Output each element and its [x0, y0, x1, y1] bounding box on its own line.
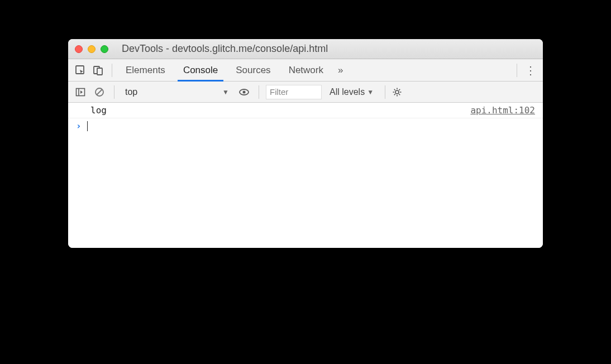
svg-rect-2 — [97, 68, 102, 75]
window-title: DevTools - devtools.glitch.me/console/ap… — [113, 43, 536, 55]
tab-sources[interactable]: Sources — [228, 59, 278, 82]
tab-elements[interactable]: Elements — [118, 59, 173, 82]
context-selector[interactable]: top ▼ — [121, 85, 233, 99]
main-toolbar: Elements Console Sources Network » ⋮ — [68, 59, 543, 82]
zoom-window-button[interactable] — [101, 45, 108, 53]
log-message: log — [90, 105, 107, 116]
devtools-window: DevTools - devtools.glitch.me/console/ap… — [68, 39, 543, 248]
svg-line-14 — [394, 89, 395, 90]
svg-line-15 — [399, 94, 400, 95]
console-log-row: log api.html:102 — [68, 103, 543, 118]
console-settings-icon[interactable] — [392, 87, 408, 97]
console-prompt[interactable]: › — [68, 118, 543, 133]
log-levels-selector[interactable]: All levels ▼ — [325, 87, 378, 97]
tab-console[interactable]: Console — [175, 59, 226, 82]
svg-point-8 — [243, 90, 246, 93]
more-options-icon[interactable]: ⋮ — [523, 65, 538, 76]
log-levels-label: All levels — [330, 87, 365, 97]
console-toolbar: top ▼ All levels ▼ — [68, 82, 543, 103]
toggle-sidebar-icon[interactable] — [73, 84, 88, 100]
device-toggle-icon[interactable] — [90, 63, 106, 78]
inspect-element-icon[interactable] — [73, 63, 88, 78]
svg-line-17 — [399, 89, 400, 90]
live-expression-icon[interactable] — [236, 84, 252, 100]
close-window-button[interactable] — [75, 45, 83, 53]
chevron-down-icon: ▼ — [222, 88, 229, 96]
context-selector-label: top — [125, 87, 137, 97]
prompt-caret-icon: › — [76, 121, 82, 131]
svg-line-6 — [97, 89, 102, 94]
chevron-down-icon: ▼ — [367, 88, 374, 96]
minimize-window-button[interactable] — [88, 45, 96, 53]
tabs-overflow[interactable]: » — [333, 59, 347, 82]
filter-input[interactable] — [266, 85, 322, 99]
traffic-lights — [75, 45, 108, 53]
svg-point-9 — [395, 90, 399, 94]
text-cursor — [87, 121, 88, 131]
titlebar: DevTools - devtools.glitch.me/console/ap… — [68, 39, 543, 59]
toolbar-divider — [259, 85, 259, 99]
svg-line-16 — [394, 94, 395, 95]
toolbar-divider — [517, 64, 517, 77]
console-body: log api.html:102 › — [68, 103, 543, 248]
toolbar-divider — [114, 85, 114, 99]
toolbar-divider — [112, 64, 112, 77]
toolbar-divider — [385, 85, 385, 99]
log-source-link[interactable]: api.html:102 — [470, 105, 535, 116]
clear-console-icon[interactable] — [92, 84, 107, 100]
tab-network[interactable]: Network — [281, 59, 331, 82]
